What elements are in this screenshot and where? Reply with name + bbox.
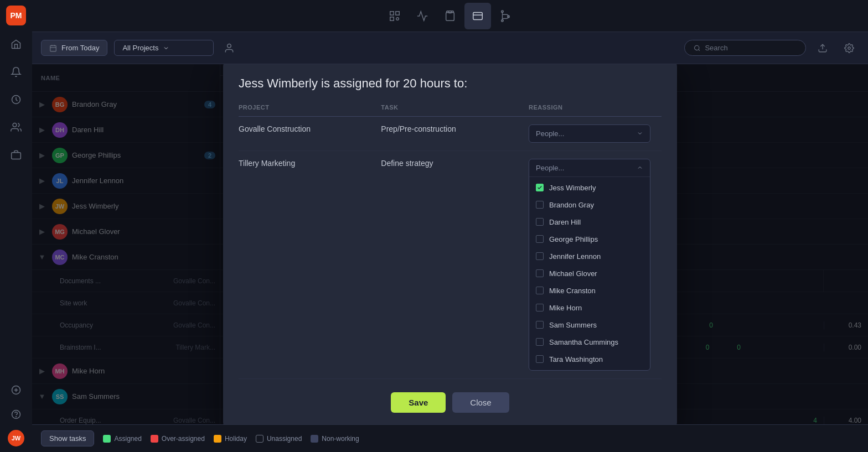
dropdown-item-tara[interactable]: Tara Washington (529, 351, 650, 368)
checkbox-michael (536, 269, 544, 277)
dropdown-label-jess: Jess Wimberly (549, 184, 596, 192)
sidebar: PM JW (0, 0, 32, 452)
svg-rect-7 (396, 11, 399, 14)
people-dropdown-tillery: People... J (529, 159, 650, 371)
checkbox-jess (536, 184, 544, 191)
dropdown-item-brandon[interactable]: Brandon Gray (529, 196, 650, 214)
dropdown-item-sam[interactable]: Sam Summers (529, 316, 650, 334)
reassign-tillery: People... J (529, 150, 662, 378)
top-toolbar (32, 0, 868, 32)
main-content: From Today All Projects (32, 0, 868, 452)
svg-rect-11 (446, 12, 454, 20)
over-assigned-label: Over-assigned (162, 435, 205, 443)
from-today-button[interactable]: From Today (41, 40, 107, 56)
export-icon[interactable] (813, 38, 833, 58)
assigned-dot (103, 435, 111, 443)
dropdown-item-jennifer[interactable]: Jennifer Lennon (529, 248, 650, 265)
show-tasks-button[interactable]: Show tasks (41, 430, 94, 446)
project-tillery: Tillery Marketing (239, 150, 381, 378)
save-button[interactable]: Save (391, 392, 446, 413)
dropdown-item-jess[interactable]: Jess Wimberly (529, 179, 650, 196)
sidebar-time-icon[interactable] (7, 91, 25, 108)
col-header-task: TASK (381, 104, 529, 117)
modal-actions: Save Close (239, 392, 662, 413)
settings-icon[interactable] (839, 38, 859, 58)
svg-rect-18 (50, 45, 56, 51)
toolbar-branch-btn[interactable] (492, 3, 519, 29)
user-filter-icon[interactable] (220, 39, 238, 57)
sidebar-people-icon[interactable] (7, 118, 25, 136)
dropdown-item-mike-h[interactable]: Mike Horn (529, 299, 650, 316)
dropdown-label-brandon: Brandon Gray (549, 201, 594, 209)
dropdown-item-michael[interactable]: Michael Glover (529, 265, 650, 282)
all-projects-select[interactable]: All Projects (114, 40, 214, 56)
checkbox-jennifer (536, 252, 544, 260)
toolbar-link-btn[interactable] (464, 3, 491, 29)
modal-title: Jess Wimberly is assigned for 20 hours t… (239, 76, 662, 91)
toolbar-clipboard-btn[interactable] (437, 3, 463, 29)
reassign-govalle: People... (529, 116, 662, 150)
svg-rect-8 (390, 17, 394, 20)
modal-overlay: Jess Wimberly is assigned for 20 hours t… (32, 64, 868, 424)
unassigned-dot (256, 435, 264, 443)
assignment-modal: Jess Wimberly is assigned for 20 hours t… (223, 64, 677, 424)
legend-assigned: Assigned (103, 435, 141, 443)
unassigned-label: Unassigned (267, 435, 302, 443)
dropdown-label-jennifer: Jennifer Lennon (549, 252, 601, 261)
header-bar: From Today All Projects (32, 32, 868, 64)
legend-over-assigned: Over-assigned (151, 435, 205, 443)
task-prep: Prep/Pre-construction (381, 116, 529, 150)
dropdown-item-mike-c[interactable]: Mike Cranston (529, 282, 650, 299)
sidebar-briefcase-icon[interactable] (7, 146, 25, 164)
dropdown-label-mike-h: Mike Horn (549, 304, 582, 312)
table-row-govalle: Govalle Construction Prep/Pre-constructi… (239, 116, 662, 150)
checkbox-brandon (536, 201, 544, 209)
dropdown-item-george[interactable]: George Phillips (529, 231, 650, 248)
checkbox-daren (536, 218, 544, 226)
legend-non-working: Non-working (311, 435, 359, 443)
assignment-table: PROJECT TASK REASSIGN Govalle Constructi… (239, 104, 662, 379)
task-strategy: Define strategy (381, 150, 529, 378)
non-working-label: Non-working (322, 435, 359, 443)
dropdown-label-george: George Phillips (549, 235, 598, 243)
people-select-govalle[interactable]: People... (529, 124, 650, 143)
non-working-dot (311, 435, 318, 443)
dropdown-label-mike-c: Mike Cranston (549, 287, 596, 295)
dropdown-label-tara: Tara Washington (549, 355, 603, 363)
sidebar-help-icon[interactable] (7, 406, 25, 423)
sidebar-home-icon[interactable] (7, 35, 25, 53)
svg-point-23 (695, 45, 699, 50)
dropdown-label-daren: Daren Hill (549, 218, 581, 226)
from-today-label: From Today (61, 44, 99, 52)
svg-rect-6 (390, 11, 394, 14)
search-box[interactable] (684, 40, 806, 56)
svg-point-9 (396, 17, 399, 20)
project-govalle: Govalle Construction (239, 116, 381, 150)
dropdown-item-samantha[interactable]: Samantha Cummings (529, 334, 650, 351)
col-header-reassign: REASSIGN (529, 104, 662, 117)
checkbox-samantha (536, 338, 544, 346)
holiday-label: Holiday (225, 435, 247, 443)
svg-rect-12 (473, 12, 483, 19)
checkbox-sam (536, 321, 544, 329)
search-input[interactable] (705, 44, 797, 52)
over-assigned-dot (151, 435, 158, 443)
sidebar-add-icon[interactable] (7, 381, 25, 399)
svg-point-5 (16, 417, 17, 417)
dropdown-item-daren[interactable]: Daren Hill (529, 214, 650, 231)
people-select-govalle-label: People... (536, 129, 564, 138)
sidebar-alerts-icon[interactable] (7, 63, 25, 81)
user-avatar[interactable]: JW (8, 430, 24, 446)
all-projects-label: All Projects (122, 44, 158, 52)
dropdown-label-sam: Sam Summers (549, 321, 597, 329)
checkbox-mike-c (536, 287, 544, 294)
toolbar-scan-btn[interactable] (381, 3, 408, 29)
dropdown-header-tillery[interactable]: People... (529, 159, 650, 177)
svg-point-26 (848, 46, 851, 49)
legend-unassigned: Unassigned (256, 435, 302, 443)
close-button[interactable]: Close (452, 392, 509, 413)
checkbox-tara (536, 355, 544, 363)
app-logo[interactable]: PM (6, 6, 26, 25)
toolbar-chart-btn[interactable] (409, 3, 436, 29)
content-area: From Today All Projects (32, 32, 868, 452)
